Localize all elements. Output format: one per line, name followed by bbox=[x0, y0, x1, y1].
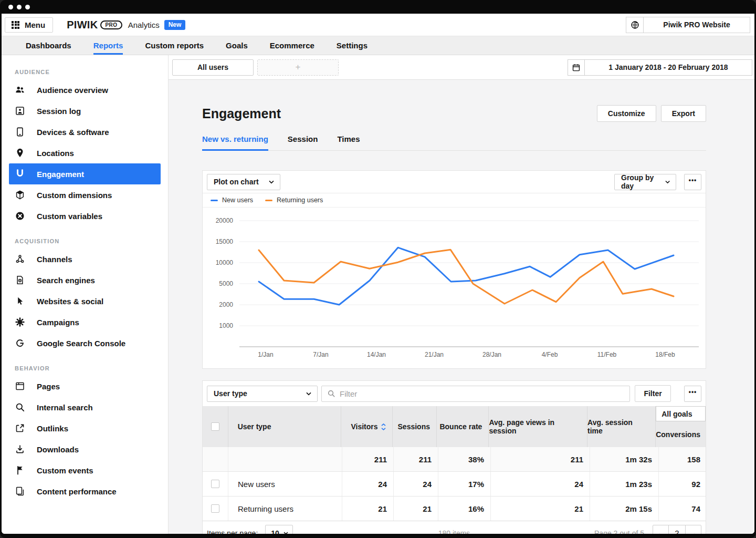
sidebar-item-google-search-console[interactable]: Google Search Console bbox=[9, 333, 161, 354]
date-range-picker[interactable]: 1 January 2018 - 20 February 2018 bbox=[568, 59, 752, 76]
new-badge: New bbox=[164, 20, 186, 30]
chart-more-button[interactable]: ••• bbox=[684, 174, 701, 190]
sidebar-item-websites-social[interactable]: Websites & social bbox=[9, 291, 161, 312]
tab-session[interactable]: Session bbox=[288, 134, 318, 151]
line-chart: 2000015000100005000200010001/Jan7/Jan14/… bbox=[203, 208, 706, 368]
nav-reports[interactable]: Reports bbox=[82, 36, 134, 55]
next-page-button[interactable]: → bbox=[685, 525, 701, 534]
table-more-button[interactable]: ••• bbox=[684, 386, 701, 402]
row-checkbox[interactable] bbox=[211, 480, 219, 488]
group-by-select[interactable]: Group by day bbox=[614, 174, 676, 190]
table-row: Returning users 21 21 16% 21 2m 15s 74 bbox=[203, 496, 706, 521]
svg-text:1/Jan: 1/Jan bbox=[258, 351, 273, 358]
sidebar-item-label: Websites & social bbox=[37, 297, 103, 306]
cube-icon bbox=[15, 190, 25, 200]
tab-times[interactable]: Times bbox=[337, 134, 360, 151]
website-selector-label[interactable]: Piwik PRO Website bbox=[643, 17, 750, 33]
app-header: Menu PIWIK PRO Analytics New Piwik PRO W… bbox=[2, 14, 754, 36]
variables-icon bbox=[15, 211, 25, 221]
sidebar-item-locations[interactable]: Locations bbox=[9, 142, 161, 163]
sidebar-section-behavior: BEHAVIOR bbox=[15, 365, 168, 371]
report-table: User type Visitors Sessions Bounce rate … bbox=[203, 406, 706, 534]
nav-goals[interactable]: Goals bbox=[215, 36, 259, 55]
sidebar-item-engagement[interactable]: Engagement bbox=[9, 163, 161, 184]
date-range-label[interactable]: 1 January 2018 - 20 February 2018 bbox=[584, 59, 752, 76]
items-per-page-select[interactable]: 10 bbox=[265, 525, 293, 534]
column-header-user-type[interactable]: User type bbox=[228, 406, 341, 447]
sidebar-item-label: Custom variables bbox=[37, 212, 102, 221]
nav-dashboards[interactable]: Dashboards bbox=[15, 36, 82, 55]
google-icon bbox=[15, 338, 25, 348]
svg-text:14/Jan: 14/Jan bbox=[367, 351, 386, 358]
website-selector[interactable]: Piwik PRO Website bbox=[626, 17, 750, 33]
sidebar-item-search-engines[interactable]: Search engines bbox=[9, 270, 161, 291]
table-panel: User type Filter ••• bbox=[202, 380, 706, 534]
nav-custom-reports[interactable]: Custom reports bbox=[134, 36, 215, 55]
segment-all-users[interactable]: All users bbox=[172, 59, 254, 76]
svg-text:7/Jan: 7/Jan bbox=[313, 351, 328, 358]
nav-ecommerce[interactable]: Ecommerce bbox=[259, 36, 326, 55]
column-header-visitors[interactable]: Visitors bbox=[341, 406, 392, 447]
campaigns-icon bbox=[15, 317, 25, 327]
sidebar-item-devices[interactable]: Devices & software bbox=[9, 121, 161, 142]
row-checkbox[interactable] bbox=[211, 504, 219, 513]
sidebar-item-custom-variables[interactable]: Custom variables bbox=[9, 205, 161, 226]
export-button[interactable]: Export bbox=[661, 105, 706, 122]
chevron-down-icon bbox=[269, 180, 274, 184]
calendar-icon[interactable] bbox=[568, 59, 585, 76]
plot-on-chart-select[interactable]: Plot on chart bbox=[207, 174, 280, 190]
select-all-checkbox[interactable] bbox=[211, 422, 219, 431]
all-goals-select[interactable]: All goals bbox=[656, 406, 706, 421]
prev-page-button[interactable]: ← bbox=[653, 525, 669, 534]
menu-button[interactable]: Menu bbox=[5, 17, 53, 33]
magnet-icon bbox=[15, 169, 25, 179]
sidebar-item-downloads[interactable]: Downloads bbox=[9, 439, 161, 460]
table-header-row: User type Visitors Sessions Bounce rate … bbox=[203, 406, 706, 447]
nav-settings[interactable]: Settings bbox=[326, 36, 379, 55]
window-control-dot[interactable] bbox=[17, 5, 22, 9]
svg-text:5000: 5000 bbox=[219, 280, 233, 287]
svg-text:11/Feb: 11/Feb bbox=[597, 351, 617, 358]
sidebar-section-acquisition: ACQUISITION bbox=[15, 238, 168, 244]
window-titlebar bbox=[0, 0, 756, 14]
column-header-conversions[interactable]: Conversions bbox=[656, 421, 706, 447]
sidebar-item-audience-overview[interactable]: Audience overview bbox=[9, 79, 161, 100]
add-segment-button[interactable]: + bbox=[257, 59, 339, 76]
sidebar-item-label: Session log bbox=[37, 107, 81, 116]
filter-input[interactable] bbox=[340, 389, 624, 398]
segment-bar: All users + 1 January 2018 - 20 February… bbox=[169, 55, 754, 80]
sidebar-item-content-performance[interactable]: Content performance bbox=[9, 481, 161, 502]
tab-new-vs-returning[interactable]: New vs. returning bbox=[202, 134, 268, 151]
session-log-icon bbox=[15, 106, 25, 116]
main-area: All users + 1 January 2018 - 20 February… bbox=[169, 55, 754, 534]
sidebar-item-campaigns[interactable]: Campaigns bbox=[9, 312, 161, 333]
sidebar-item-label: Campaigns bbox=[37, 318, 79, 327]
sidebar-item-label: Audience overview bbox=[37, 86, 108, 95]
filter-button[interactable]: Filter bbox=[635, 385, 671, 402]
dimension-select[interactable]: User type bbox=[207, 386, 318, 402]
sidebar-item-custom-dimensions[interactable]: Custom dimensions bbox=[9, 184, 161, 205]
svg-text:21/Jan: 21/Jan bbox=[425, 351, 444, 358]
channels-icon bbox=[15, 254, 25, 264]
column-header-avg-session-time[interactable]: Avg. session time bbox=[587, 406, 655, 447]
column-header-bounce-rate[interactable]: Bounce rate bbox=[436, 406, 488, 447]
globe-icon[interactable] bbox=[626, 17, 644, 33]
sidebar-item-outlinks[interactable]: Outlinks bbox=[9, 418, 161, 439]
sidebar-item-channels[interactable]: Channels bbox=[9, 249, 161, 270]
current-page[interactable]: 2 bbox=[668, 525, 686, 534]
sidebar-item-label: Content performance bbox=[37, 487, 117, 496]
customize-button[interactable]: Customize bbox=[597, 105, 656, 122]
sidebar-item-custom-events[interactable]: Custom events bbox=[9, 460, 161, 481]
sidebar-item-internal-search[interactable]: Internal search bbox=[9, 397, 161, 418]
page-info: Page 2 out of 5 bbox=[594, 529, 644, 534]
sidebar-item-label: Pages bbox=[37, 382, 60, 391]
window-control-dot[interactable] bbox=[8, 5, 13, 9]
sidebar-item-session-log[interactable]: Session log bbox=[9, 100, 161, 121]
svg-text:2000: 2000 bbox=[219, 301, 233, 308]
column-header-goal: All goals Conversions bbox=[655, 406, 706, 447]
logo-brand: PIWIK bbox=[67, 19, 98, 31]
column-header-avg-page-views[interactable]: Avg. page views in session bbox=[488, 406, 587, 447]
column-header-sessions[interactable]: Sessions bbox=[392, 406, 436, 447]
sidebar-item-pages[interactable]: Pages bbox=[9, 376, 161, 397]
window-control-dot[interactable] bbox=[25, 5, 30, 9]
